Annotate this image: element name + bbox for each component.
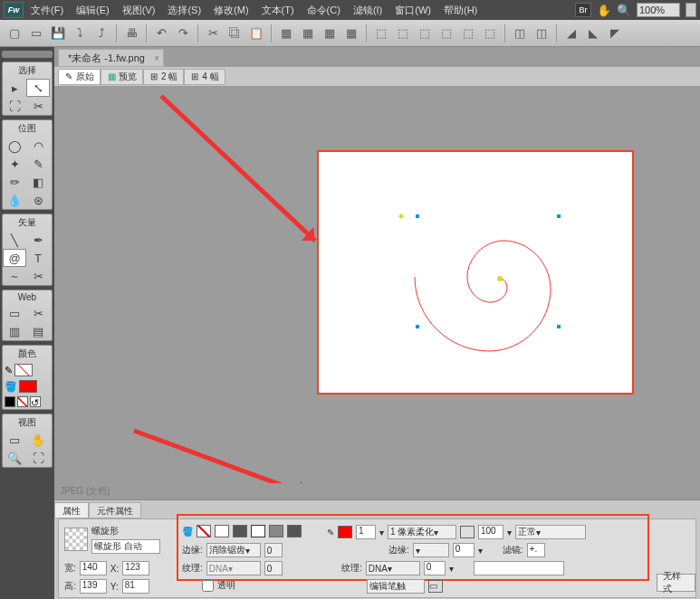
menu-modify[interactable]: 修改(M) [208,2,254,19]
handle-icon[interactable] [2,51,53,58]
tex2-num[interactable]: 0 [424,561,446,575]
marquee-tool-icon[interactable]: ◯ [3,137,26,155]
menu-commands[interactable]: 命令(C) [302,2,346,19]
redo-icon[interactable]: ↷ [174,24,192,43]
properties-tab[interactable]: 属性 [54,502,89,518]
stroke-color-swatch[interactable] [14,364,33,376]
hand-icon[interactable]: ✋ [597,3,611,17]
edge2-select[interactable]: ▾ [413,543,449,557]
menu-edit[interactable]: 编辑(E) [71,2,115,19]
close-icon[interactable]: × [154,53,159,63]
crop-tool-icon[interactable]: ✂ [26,97,50,115]
extra-icon[interactable]: ▭ [428,580,443,593]
tex2-select[interactable]: DNA▾ [366,561,420,575]
wand-tool-icon[interactable]: ✦ [3,155,26,173]
style5-icon[interactable] [287,525,302,537]
cut-icon[interactable]: ✂ [204,24,222,43]
view-2up[interactable]: ⊞2 幅 [143,69,184,85]
group1-icon[interactable]: ▦ [277,24,295,43]
eraser-tool-icon[interactable]: ◧ [26,173,50,191]
stroke-swatch[interactable] [338,526,352,538]
canvas-area[interactable] [54,87,700,483]
bw-swap-icon[interactable] [5,396,15,407]
knife-tool-icon[interactable]: ✂ [26,267,50,285]
import-icon[interactable]: ⤵ [71,24,89,43]
blur-tool-icon[interactable]: 💧 [3,191,26,209]
height-input[interactable]: 139 [80,579,107,594]
arrange5-icon[interactable]: ⬚ [459,24,477,43]
style3-icon[interactable] [251,525,265,537]
zoom-dropdown[interactable]: ▾ [686,3,696,17]
align2-icon[interactable]: ◫ [532,24,551,43]
chev1-icon[interactable]: ▾ [379,528,384,537]
document-tab[interactable]: *未命名 -1.fw.png × [58,49,164,67]
new-icon[interactable]: ▢ [5,24,24,43]
arrange4-icon[interactable]: ⬚ [437,24,455,43]
menu-help[interactable]: 帮助(H) [438,2,483,19]
nostyle-button[interactable]: 无样式 [657,574,695,592]
menu-filters[interactable]: 滤镜(I) [348,2,388,19]
pen-tool-icon[interactable]: ✒ [26,231,50,249]
style4-icon[interactable] [269,525,283,537]
save-icon[interactable]: 💾 [49,24,67,43]
spiral-shape[interactable] [364,170,590,378]
arrange3-icon[interactable]: ⬚ [416,24,434,43]
zoom-input[interactable]: 100% [637,3,680,17]
zoom-tool-icon[interactable]: 🔍 [3,449,26,467]
edge-select[interactable]: 消除锯齿▾ [206,543,261,557]
arrange2-icon[interactable]: ⬚ [394,24,412,43]
stroke-style[interactable]: 1 像素柔化▾ [388,525,456,539]
rotate2-icon[interactable]: ◣ [584,24,602,43]
nocolor-icon[interactable] [17,396,28,407]
bridge-icon[interactable]: Br [575,3,591,17]
width-input[interactable]: 140 [80,561,107,575]
pencil-tool-icon[interactable]: ✏ [3,173,26,191]
align1-icon[interactable]: ◫ [511,24,529,43]
slice-tool-icon[interactable]: ✂ [26,304,50,322]
fill-color-swatch[interactable] [19,380,37,393]
pointer-tool-icon[interactable]: ▸ [3,79,26,97]
artboard[interactable] [317,150,634,395]
scale-tool-icon[interactable]: ⛶ [3,97,26,115]
handle-br[interactable] [556,324,561,329]
handle-bl[interactable] [415,324,420,329]
hand-tool-icon[interactable]: ✋ [26,431,50,449]
view-preview[interactable]: ▦预览 [101,69,143,85]
swap-icon[interactable]: ↺ [30,396,41,407]
menu-file[interactable]: 文件(F) [25,2,69,19]
zoom-icon[interactable]: 🔍 [617,3,631,17]
symbol-props-tab[interactable]: 元件属性 [89,502,141,518]
undo-icon[interactable]: ↶ [152,24,170,43]
filter-plus[interactable]: +. [527,543,545,557]
fit-tool-icon[interactable]: ⛶ [26,449,50,467]
print-icon[interactable]: 🖶 [122,24,140,43]
menu-window[interactable]: 窗口(W) [389,2,436,19]
blend-mode[interactable]: 正常▾ [515,525,586,539]
screen-mode-icon[interactable]: ▭ [3,431,26,449]
line-tool-icon[interactable]: ╲ [3,231,26,249]
handle-tr[interactable] [556,214,561,219]
hotspot-tool-icon[interactable]: ▭ [3,304,26,322]
subselect-tool-icon[interactable]: ⤡ [26,79,50,97]
view-original[interactable]: ✎原始 [58,69,101,85]
spiral-tool-icon[interactable]: @ [3,249,26,267]
fill-swatch[interactable] [197,525,211,537]
x-input[interactable]: 123 [122,561,149,575]
group2-icon[interactable]: ▦ [299,24,317,43]
style2-icon[interactable] [233,525,247,537]
group4-icon[interactable]: ▦ [342,24,360,43]
style1-icon[interactable] [215,525,229,537]
open-icon[interactable]: ▭ [27,24,45,43]
stroke-width[interactable]: 1 [356,525,376,539]
chev4-icon[interactable]: ▾ [449,564,454,574]
menu-view[interactable]: 视图(V) [117,2,161,19]
export-icon[interactable]: ⤴ [92,24,110,43]
lasso-tool-icon[interactable]: ◠ [26,137,50,155]
menu-text[interactable]: 文本(T) [256,2,300,19]
edge-num[interactable]: 0 [264,543,283,557]
edge2-num[interactable]: 0 [453,543,475,557]
view-4up[interactable]: ⊞4 幅 [184,69,225,85]
filter-list[interactable] [474,561,564,575]
menu-select[interactable]: 选择(S) [162,2,206,19]
group3-icon[interactable]: ▦ [321,24,339,43]
